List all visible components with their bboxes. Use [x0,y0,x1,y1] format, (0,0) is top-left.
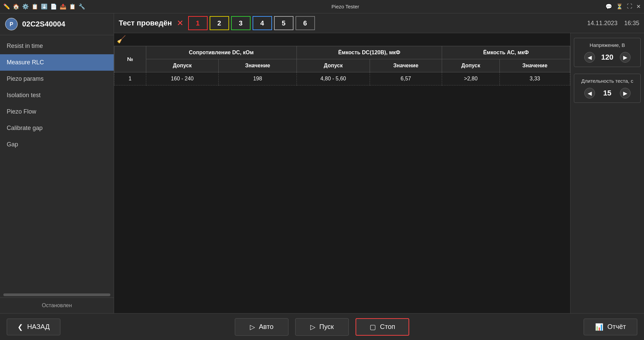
table-area: 🧹 № Сопротивление DC, кОм Ёмкость DC(120… [114,33,570,313]
row-cap-dc-tolerance: 4,80 - 5,60 [297,72,370,85]
col-cap-dc-value: Значение [370,59,442,72]
sidebar-scrollbar[interactable] [3,293,110,296]
col-group-cap-dc: Ёмкость DC(120В), мкФ [297,46,442,59]
table-header-row: 🧹 [114,33,570,46]
tool-icon[interactable]: 🔧 [78,3,85,10]
date-time: 14.11.2023 16:35 [587,20,639,27]
doc-icon[interactable]: 📄 [50,3,57,10]
sidebar-item-measure-rlc[interactable]: Measure RLC [0,54,114,71]
channel-tab-4[interactable]: 4 [253,16,272,30]
channel-tabs: 1 2 3 4 5 6 [188,16,315,30]
report-icon: 📊 [595,323,603,331]
right-panel: Напряжение, В ◀ 120 ▶ Длительность теста… [570,33,644,313]
sidebar-item-piezo-flow[interactable]: Piezo Flow [0,104,114,120]
duration-value: 15 [599,89,616,97]
duration-increment-button[interactable]: ▶ [620,88,631,98]
voltage-value: 120 [599,53,616,62]
stop-label: Стоп [380,323,395,331]
report-label: Отчёт [607,323,626,331]
auto-label: Авто [259,323,274,331]
row-num: 1 [114,72,146,85]
col-num-header: № [114,46,146,72]
col-cap-ac-tolerance: Допуск [442,59,500,72]
download-icon[interactable]: ⬇️ [41,3,48,10]
sidebar-item-resist-in-time[interactable]: Resist in time [0,38,114,54]
col-dc-tolerance: Допуск [146,59,219,72]
fullscreen-icon[interactable]: ⛶ [627,3,632,10]
top-toolbar: ✏️ 🏠 ⚙️ 📋 ⬇️ 📄 📤 📋 🔧 Piezo Tester 💬 ⏳ ⛶ … [0,0,644,13]
stop-button[interactable]: ▢ Стоп [356,318,409,336]
back-icon: ❮ [17,323,23,331]
clipboard-icon[interactable]: 📋 [32,3,38,10]
row-cap-ac-tolerance: >2,80 [442,72,500,85]
brush-icon: 🧹 [117,35,126,44]
report-button[interactable]: 📊 Отчёт [584,319,637,335]
voltage-increment-button[interactable]: ▶ [620,52,631,63]
duration-label: Длительность теста, с [578,78,637,84]
channel-tab-2[interactable]: 2 [210,16,229,30]
sidebar-header: P 02C2S40004 [0,13,114,35]
svg-text:P: P [10,21,13,27]
sidebar-item-gap[interactable]: Gap [0,136,114,153]
sidebar-item-calibrate-gap[interactable]: Calibrate gap [0,120,114,136]
channel-tab-3[interactable]: 3 [231,16,251,30]
duration-section: Длительность теста, с ◀ 15 ▶ [574,74,641,103]
sidebar-item-piezo-params[interactable]: Piezo params [0,71,114,87]
sidebar-nav: Resist in time Measure RLC Piezo params … [0,35,114,292]
back-label: НАЗАД [27,323,50,331]
col-cap-ac-value: Значение [500,59,570,72]
back-button[interactable]: ❮ НАЗАД [7,319,60,335]
start-label: Пуск [319,323,334,331]
home-icon[interactable]: 🏠 [13,3,19,10]
channel-tab-1[interactable]: 1 [188,16,208,30]
col-cap-dc-tolerance: Допуск [297,59,370,72]
sidebar: P 02C2S40004 Resist in time Measure RLC … [0,13,114,313]
data-table: № Сопротивление DC, кОм Ёмкость DC(120В)… [114,46,570,85]
channel-tab-5[interactable]: 5 [274,16,293,30]
app-title: Piezo Tester [88,4,603,9]
col-group-dc-resistance: Сопротивление DC, кОм [146,46,297,59]
test-status-label: Тест проведён [119,19,172,27]
duration-stepper: ◀ 15 ▶ [578,88,637,98]
row-dc-value: 198 [219,72,297,85]
voltage-decrement-button[interactable]: ◀ [584,52,595,63]
device-name: 02C2S40004 [22,20,65,28]
upload-icon[interactable]: 📤 [60,3,66,10]
duration-decrement-button[interactable]: ◀ [584,88,595,98]
start-button[interactable]: ▷ Пуск [295,318,349,336]
pencil-icon[interactable]: ✏️ [3,3,10,10]
close-icon[interactable]: ✕ [636,3,641,10]
stop-icon: ▢ [370,323,376,331]
sidebar-item-isolation-test[interactable]: Isolation test [0,87,114,104]
sidebar-status: Остановлен [0,297,114,313]
row-cap-ac-value: 3,33 [500,72,570,85]
auto-button[interactable]: ▷ Авто [235,318,288,336]
auto-icon: ▷ [250,323,255,331]
table-row: 1 160 - 240 198 4,80 - 5,60 6,57 >2,80 3… [114,72,570,85]
row-cap-dc-value: 6,57 [370,72,442,85]
channel-tab-6[interactable]: 6 [296,16,315,30]
settings-icon[interactable]: ⚙️ [22,3,29,10]
time-label: 16:35 [624,20,639,26]
voltage-section: Напряжение, В ◀ 120 ▶ [574,38,641,67]
date-label: 14.11.2023 [587,20,618,26]
col-group-cap-ac: Ёмкость АС, мкФ [442,46,570,59]
start-icon: ▷ [310,323,315,331]
chat-icon[interactable]: 💬 [605,3,612,10]
bottom-center-buttons: ▷ Авто ▷ Пуск ▢ Стоп [235,318,409,336]
test-status-close-button[interactable]: ✕ [177,18,183,28]
voltage-stepper: ◀ 120 ▶ [578,52,637,63]
clipboard2-icon[interactable]: 📋 [69,3,76,10]
timer-icon[interactable]: ⏳ [616,3,623,10]
voltage-label: Напряжение, В [578,42,637,48]
bottom-toolbar: ❮ НАЗАД ▷ Авто ▷ Пуск ▢ Стоп 📊 Отчёт [0,313,644,340]
row-dc-tolerance: 160 - 240 [146,72,219,85]
sidebar-logo: P [5,17,18,31]
main-area: P 02C2S40004 Resist in time Measure RLC … [0,13,644,313]
content-header: Тест проведён ✕ 1 2 3 4 5 6 14.11.2023 1… [114,13,644,33]
col-dc-value: Значение [219,59,297,72]
